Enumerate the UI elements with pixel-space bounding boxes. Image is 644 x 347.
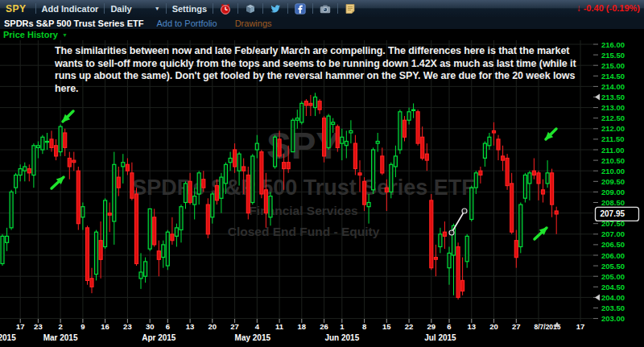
candlestick xyxy=(68,159,71,167)
price-axis-label: 213.50 xyxy=(601,93,625,101)
timeframe-dropdown[interactable]: Daily xyxy=(110,4,131,14)
add-to-portfolio-button[interactable]: Add to Portfolio xyxy=(156,19,217,28)
price-axis-label: 211.50 xyxy=(601,134,625,143)
candlestick xyxy=(372,150,375,190)
candlestick xyxy=(349,130,353,133)
cube-icon[interactable] xyxy=(244,2,257,15)
candlestick xyxy=(148,209,151,249)
date-axis-label: 20 xyxy=(489,322,498,331)
candlestick xyxy=(184,184,188,203)
axis-arrow-marker xyxy=(595,294,600,300)
facebook-icon[interactable] xyxy=(294,2,307,15)
price-axis-label: 212.50 xyxy=(601,114,625,122)
candlestick xyxy=(443,232,446,236)
candlestick xyxy=(86,228,89,281)
candlestick xyxy=(233,150,237,167)
date-axis-label: 11 xyxy=(275,322,284,331)
candlestick xyxy=(283,163,286,169)
month-axis-label: Jun 2015 xyxy=(324,333,359,342)
sticky-note-icon[interactable] xyxy=(344,2,357,15)
date-axis-label: 17 xyxy=(576,322,585,331)
price-axis-label: 207.00 xyxy=(601,229,625,238)
candlestick xyxy=(546,173,549,184)
candlestick xyxy=(398,112,402,150)
candlestick xyxy=(551,173,554,204)
candlestick xyxy=(532,171,535,175)
candlestick xyxy=(555,211,558,214)
price-axis-label: 215.50 xyxy=(601,51,625,60)
candlestick xyxy=(41,137,44,150)
month-axis-label: May 2015 xyxy=(235,333,271,342)
drawings-button[interactable]: Drawings xyxy=(235,19,272,28)
divider xyxy=(213,3,213,14)
date-axis-label: 6 xyxy=(447,322,451,331)
trendline-handle[interactable] xyxy=(449,230,454,235)
settings-button[interactable]: Settings xyxy=(172,4,207,14)
arrow-drawing[interactable] xyxy=(63,111,73,122)
candlestick xyxy=(493,130,496,133)
alarm-clock-icon[interactable] xyxy=(219,2,232,15)
trendline-handle[interactable] xyxy=(462,209,467,213)
candlestick xyxy=(376,142,379,144)
price-axis-label: 205.00 xyxy=(601,272,625,281)
date-axis-label: 18 xyxy=(298,322,307,331)
price-history-dropdown[interactable]: Price History xyxy=(3,30,58,39)
candlestick xyxy=(162,245,165,258)
candlestick xyxy=(309,103,312,105)
candlestick xyxy=(269,196,272,217)
candlestick xyxy=(59,126,62,151)
date-axis-label: 20 xyxy=(208,322,217,331)
month-axis-label: Jul 2015 xyxy=(424,333,456,342)
arrow-drawing[interactable] xyxy=(52,177,64,188)
candlestick xyxy=(104,200,107,247)
month-axis-label: 2015 xyxy=(0,333,16,342)
date-axis-label: 27 xyxy=(512,322,521,331)
candlestick xyxy=(416,112,419,143)
divider xyxy=(262,3,263,14)
add-indicator-button[interactable]: Add Indicator xyxy=(42,4,99,14)
chevron-down-icon[interactable]: ▼ xyxy=(155,6,160,11)
divider xyxy=(166,3,167,14)
divider xyxy=(104,3,105,14)
candlestick xyxy=(255,143,258,150)
symbol-subbar: SPDRs S&P 500 Trust Series ETF Add to Po… xyxy=(0,17,644,29)
candlestick xyxy=(36,146,39,148)
candlestick xyxy=(251,156,254,203)
candlestick xyxy=(439,234,442,247)
twitter-icon[interactable] xyxy=(269,2,282,15)
candlestick xyxy=(274,137,277,167)
trendline-drawing[interactable] xyxy=(452,211,464,233)
candlestick xyxy=(314,97,317,108)
candlestick xyxy=(126,164,129,171)
candlestick xyxy=(385,188,388,192)
candlestick xyxy=(64,133,67,147)
divider xyxy=(337,3,338,14)
candlestick xyxy=(122,163,125,167)
candlestick xyxy=(461,280,464,291)
date-axis-label: 8 xyxy=(362,322,366,331)
price-axis-label: 209.00 xyxy=(601,188,625,196)
date-axis-label: 29 xyxy=(427,322,436,331)
candlestick xyxy=(323,118,326,156)
arrow-drawing[interactable] xyxy=(546,129,556,139)
chevron-down-icon[interactable]: ▼ xyxy=(62,32,68,38)
candlestick xyxy=(27,169,31,173)
date-axis-label: 4 xyxy=(255,322,260,331)
candlestick xyxy=(211,194,214,217)
chart-text-annotation[interactable]: The similarities between now and late Fe… xyxy=(55,45,580,95)
candlestick xyxy=(465,236,469,261)
price-axis-label: 210.00 xyxy=(601,167,625,176)
candlestick xyxy=(425,154,428,160)
candlestick xyxy=(171,234,174,241)
candlestick xyxy=(497,139,500,150)
symbol-full-name: SPDRs S&P 500 Trust Series ETF xyxy=(4,19,143,28)
candlestick xyxy=(470,188,473,219)
candlestick xyxy=(135,194,138,264)
arrow-drawing[interactable] xyxy=(535,228,547,239)
date-axis-label: 23 xyxy=(34,322,43,331)
camera-icon[interactable] xyxy=(319,2,332,15)
symbol-label[interactable]: SPY xyxy=(6,3,27,14)
candlestick xyxy=(412,109,415,110)
date-axis-label: 1 xyxy=(340,322,345,331)
candlestick xyxy=(456,247,460,298)
